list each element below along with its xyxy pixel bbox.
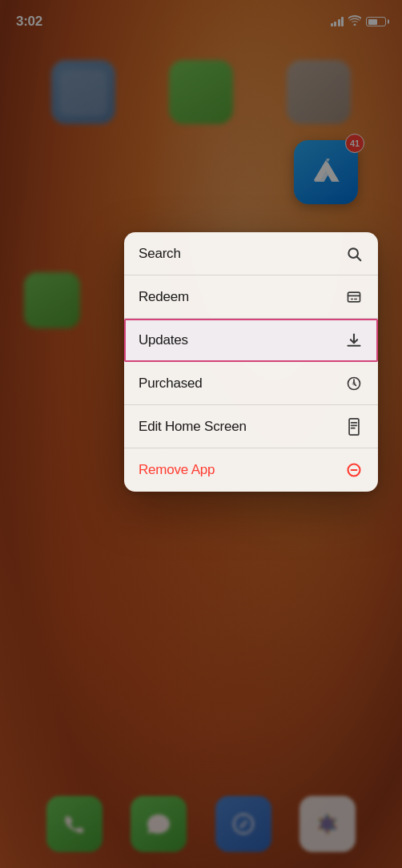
- menu-item-edit-home-label: Edit Home Screen: [139, 419, 247, 435]
- menu-item-search[interactable]: Search: [124, 232, 378, 275]
- svg-rect-5: [349, 418, 359, 434]
- menu-item-updates[interactable]: Updates: [124, 319, 378, 362]
- menu-item-remove-app[interactable]: Remove App: [124, 448, 378, 492]
- menu-item-search-label: Search: [139, 246, 181, 262]
- redeem-icon: [344, 287, 364, 307]
- purchased-icon: [344, 374, 364, 393]
- menu-item-purchased-label: Purchased: [139, 376, 202, 392]
- edit-home-icon: [344, 417, 364, 436]
- menu-item-remove-app-label: Remove App: [139, 462, 215, 478]
- menu-item-purchased[interactable]: Purchased: [124, 362, 378, 405]
- updates-icon: [344, 331, 364, 350]
- svg-line-1: [357, 256, 361, 260]
- svg-point-4: [352, 381, 356, 385]
- menu-item-edit-home[interactable]: Edit Home Screen: [124, 405, 378, 448]
- context-menu: Search Redeem Updates: [124, 232, 378, 492]
- menu-item-updates-label: Updates: [139, 332, 188, 348]
- search-icon: [344, 244, 364, 263]
- svg-rect-2: [348, 292, 360, 302]
- menu-item-redeem-label: Redeem: [139, 289, 189, 305]
- menu-item-redeem[interactable]: Redeem: [124, 275, 378, 319]
- remove-app-icon: [344, 460, 364, 480]
